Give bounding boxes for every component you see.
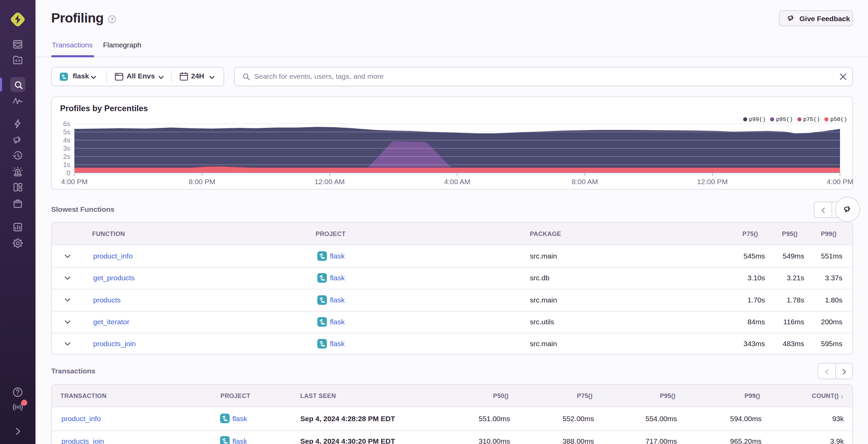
svg-text:1s: 1s bbox=[63, 161, 70, 168]
svg-text:4:00 PM: 4:00 PM bbox=[827, 178, 853, 186]
svg-text:4:00 PM: 4:00 PM bbox=[61, 178, 88, 186]
svg-text:12:00 PM: 12:00 PM bbox=[697, 178, 728, 186]
svg-text:0: 0 bbox=[67, 169, 70, 177]
svg-text:6s: 6s bbox=[63, 120, 70, 128]
svg-text:5s: 5s bbox=[63, 128, 70, 136]
svg-text:8:00 PM: 8:00 PM bbox=[189, 178, 215, 186]
svg-text:4s: 4s bbox=[63, 136, 70, 144]
svg-text:2s: 2s bbox=[63, 153, 70, 160]
svg-text:4:00 AM: 4:00 AM bbox=[444, 178, 470, 186]
svg-text:12:00 AM: 12:00 AM bbox=[315, 178, 345, 186]
svg-text:8:00 AM: 8:00 AM bbox=[572, 178, 598, 186]
svg-text:3s: 3s bbox=[63, 145, 70, 152]
